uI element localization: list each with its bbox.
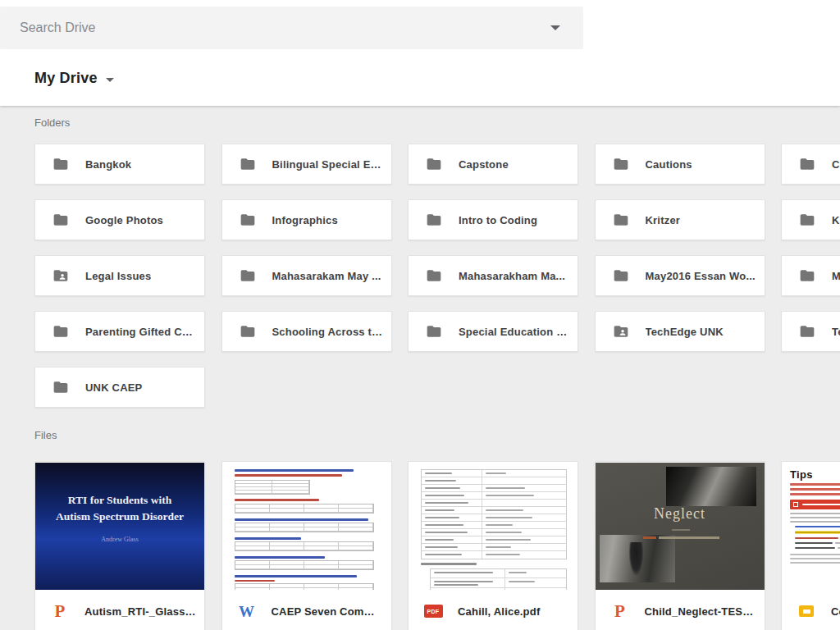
folder-label: Special Education P... [459, 326, 578, 338]
folder-card[interactable]: Special Education P... [408, 311, 578, 352]
file-thumbnail: RTI for Students with Autism Spectrum Di… [35, 463, 204, 590]
folder-label: Infographics [272, 214, 346, 226]
folder-icon [799, 267, 815, 284]
search-input[interactable] [0, 21, 550, 35]
slide-photo [600, 535, 675, 582]
slide-title: Neglect [596, 505, 765, 523]
folder-card[interactable]: Google Photos [34, 199, 205, 240]
folder-label: Legal Issues [85, 270, 159, 282]
chevron-down-icon [106, 78, 114, 82]
slide-title: Tips [790, 468, 840, 481]
folder-icon [52, 379, 69, 395]
slide-subtitle [643, 536, 719, 539]
folder-card[interactable]: Legal Issues [34, 255, 205, 296]
folder-card[interactable]: Cr [781, 144, 840, 185]
file-footer: W CAEP Seven Comm... [222, 590, 391, 630]
folder-icon [52, 323, 69, 340]
slides-icon [797, 605, 816, 617]
folder-label: Cr [832, 158, 840, 171]
folder-card[interactable]: Mahasarakam May ... [221, 255, 392, 296]
pdf-icon: PDF [423, 605, 443, 618]
slide-title: RTI for Students with Autism Spectrum Di… [51, 492, 189, 524]
folder-card[interactable]: Te [781, 311, 840, 352]
folder-label: Kritzer [646, 214, 689, 226]
folder-card[interactable]: UNK CAEP [34, 367, 205, 408]
folder-card[interactable]: Infographics [221, 199, 392, 240]
slide-author: Andrew Glass [35, 536, 204, 543]
folder-card[interactable]: Schooling Across th... [221, 311, 392, 352]
folder-icon [240, 212, 256, 228]
folder-label: Capstone [459, 158, 517, 171]
folder-label: Mahasarakam May ... [272, 270, 390, 282]
folder-card[interactable]: TechEdge UNK [595, 311, 765, 352]
file-footer: P Child_Neglect-TESE... [596, 590, 765, 630]
search-bar[interactable] [0, 7, 583, 49]
folder-icon [426, 156, 442, 172]
file-thumbnail [409, 463, 578, 590]
folder-icon [240, 156, 256, 172]
folder-label: Schooling Across th... [272, 326, 391, 338]
files-row: RTI for Students with Autism Spectrum Di… [34, 461, 840, 630]
file-footer: Co [782, 590, 840, 630]
folder-card[interactable]: Mahasarakham Ma... [408, 255, 578, 296]
folder-icon [799, 212, 815, 228]
file-card-tips[interactable]: Tips Co [781, 461, 840, 630]
folder-label: Intro to Coding [459, 214, 546, 226]
folder-label: May2016 Essan Wo... [646, 270, 764, 282]
file-card-cahill[interactable]: PDF Cahill, Alice.pdf [408, 461, 578, 630]
slide-ornament [672, 529, 690, 531]
file-card-caep[interactable]: W CAEP Seven Comm... [221, 461, 392, 630]
folder-icon [52, 212, 69, 228]
folder-card[interactable]: Capstone [408, 144, 578, 185]
drive-content: Folders Bangkok Bilingual Special Ed... [0, 106, 840, 630]
file-name: Cahill, Alice.pdf [458, 605, 548, 618]
folder-label: M [832, 270, 840, 282]
powerpoint-icon: P [610, 603, 630, 620]
folder-icon [613, 267, 629, 284]
powerpoint-icon: P [50, 603, 70, 620]
shared-folder-icon [52, 267, 69, 284]
file-card-neglect[interactable]: Neglect P Child_Neglect-TESE... [595, 461, 765, 630]
file-name: Co [831, 605, 840, 618]
folder-label: Bangkok [85, 158, 139, 171]
folder-card[interactable]: Cautions [595, 144, 765, 185]
file-name: CAEP Seven Comm... [272, 605, 391, 618]
folder-card[interactable]: Intro to Coding [408, 199, 578, 240]
file-thumbnail: Tips [782, 463, 840, 590]
shared-folder-icon [613, 323, 629, 340]
folder-icon [426, 212, 442, 228]
folder-label: UNK CAEP [85, 381, 151, 394]
folder-label: Mahasarakham Ma... [459, 270, 573, 282]
folder-card[interactable]: M [781, 255, 840, 296]
my-drive-dropdown[interactable]: My Drive [34, 70, 114, 87]
folder-icon [799, 156, 815, 172]
slide-photo [666, 467, 756, 506]
folder-card[interactable]: Bangkok [34, 144, 205, 185]
folder-card[interactable]: Kritzer [595, 199, 765, 240]
file-card-autism[interactable]: RTI for Students with Autism Spectrum Di… [34, 461, 205, 630]
folder-icon [799, 323, 815, 340]
folder-label: Cautions [646, 158, 701, 171]
folder-label: Te [832, 326, 840, 338]
page-title: My Drive [34, 70, 98, 87]
search-options-caret-icon[interactable] [550, 25, 560, 30]
folder-card[interactable]: Bilingual Special Ed... [221, 144, 392, 185]
folder-label: Kr [832, 214, 840, 226]
folder-label: Parenting Gifted Chi... [85, 326, 204, 338]
folder-icon [613, 156, 629, 172]
folder-card[interactable]: May2016 Essan Wo... [595, 255, 765, 296]
folder-card[interactable]: Parenting Gifted Chi... [34, 311, 205, 352]
file-footer: P Autism_RTI-_Glass.... [35, 590, 204, 630]
folder-card[interactable]: Kr [781, 199, 840, 240]
folder-icon [52, 156, 69, 172]
folder-label: TechEdge UNK [646, 326, 732, 338]
file-footer: PDF Cahill, Alice.pdf [409, 590, 578, 630]
folder-icon [240, 323, 256, 340]
file-name: Autism_RTI-_Glass.... [84, 605, 204, 618]
folder-label: Google Photos [85, 214, 171, 226]
file-name: Child_Neglect-TESE... [645, 605, 765, 618]
folder-icon [426, 323, 442, 340]
page-header: My Drive [0, 0, 840, 106]
folder-icon [613, 212, 629, 228]
folders-grid: Bangkok Bilingual Special Ed... Capstone [34, 144, 840, 408]
